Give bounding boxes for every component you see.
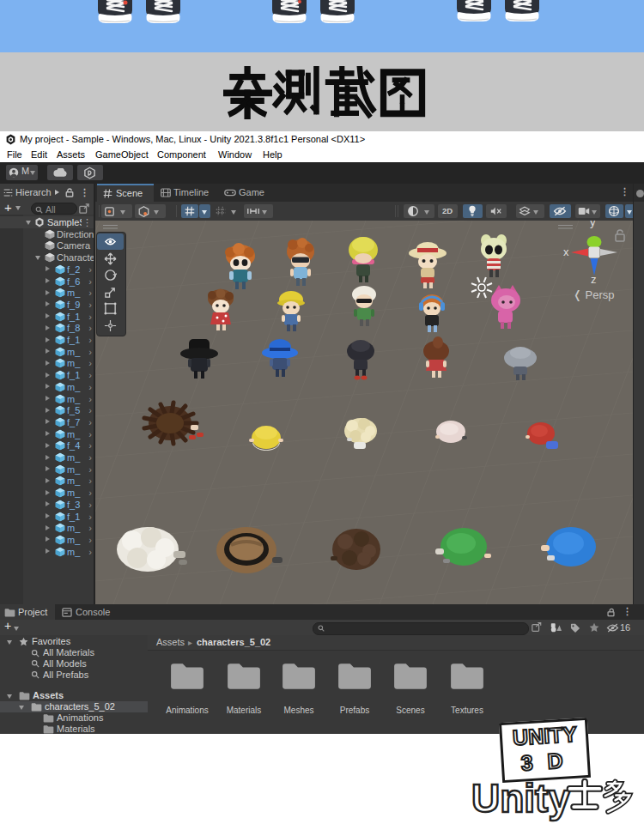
svg-text:❬ Persp: ❬ Persp — [573, 288, 614, 302]
svg-text:z: z — [591, 273, 597, 286]
svg-text:y: y — [590, 221, 596, 228]
svg-text:x: x — [563, 245, 569, 258]
